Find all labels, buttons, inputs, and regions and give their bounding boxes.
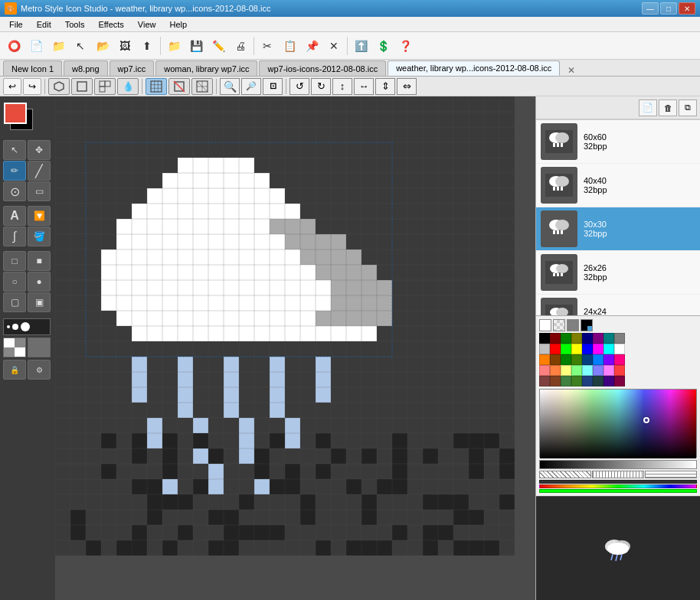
ellipse-fill-tool[interactable]: ● <box>28 272 51 292</box>
pixel-canvas[interactable] <box>55 96 535 600</box>
curve-tool[interactable]: ∫ <box>3 227 26 246</box>
toolbar-edit[interactable]: ✏️ <box>208 35 229 57</box>
swatch-yellow[interactable] <box>571 344 582 354</box>
size-40x40[interactable]: 40x40 32bpp <box>536 164 700 207</box>
swatch-lightyellow[interactable] <box>561 365 571 376</box>
grid-hide-button[interactable] <box>168 78 190 95</box>
menu-edit[interactable]: Edit <box>31 18 57 31</box>
select-tool[interactable]: ↖ <box>3 140 26 160</box>
delete-size-button[interactable]: 🗑 <box>659 99 677 116</box>
size-60x60[interactable]: 60x60 32bpp <box>536 120 700 164</box>
swatch-steelblue[interactable] <box>582 376 593 386</box>
layer-settings-button[interactable]: ⚙ <box>28 360 51 380</box>
pencil-tool[interactable]: ✏ <box>3 161 26 181</box>
grid-settings-button[interactable] <box>191 78 213 95</box>
tab-new-icon-1[interactable]: New Icon 1 <box>3 60 62 76</box>
toolbar-import[interactable]: ⬆ <box>136 35 158 57</box>
menu-view[interactable]: View <box>132 18 162 31</box>
close-all-tabs-button[interactable]: ✕ <box>564 65 578 76</box>
swatch-lightsalmon[interactable] <box>539 365 550 376</box>
tab-wp7icc[interactable]: wp7.icc <box>110 60 155 76</box>
toolbar-print[interactable]: 🖨 <box>230 35 251 57</box>
menu-tools[interactable]: Tools <box>59 18 91 31</box>
swatch-teal[interactable] <box>604 333 614 344</box>
swatch-white[interactable] <box>614 344 625 354</box>
view-multi-button[interactable] <box>94 78 116 95</box>
mirror-v-button[interactable]: ⇕ <box>375 78 395 95</box>
close-button[interactable]: ✕ <box>679 2 695 15</box>
swatch-darkred[interactable] <box>550 333 561 344</box>
redo-button[interactable]: ↪ <box>23 78 41 95</box>
swatch-crimson[interactable] <box>614 376 625 386</box>
toolbar-copy[interactable]: 📋 <box>279 35 300 57</box>
swatch-black[interactable] <box>539 333 550 344</box>
swatch-hotpink[interactable] <box>614 354 625 365</box>
swatch-indigo[interactable] <box>604 376 614 386</box>
swatch-yellowgreen[interactable] <box>571 354 582 365</box>
toolbar-new-file[interactable]: 📄 <box>25 35 47 57</box>
swatch-silver[interactable] <box>539 344 550 354</box>
layer-lock-button[interactable]: 🔒 <box>3 360 26 380</box>
swatch-blue[interactable] <box>582 344 593 354</box>
opacity-50-button[interactable] <box>28 338 51 357</box>
menu-file[interactable]: File <box>3 18 29 31</box>
zoom-out-button[interactable]: 🔎 <box>241 78 261 95</box>
swatch-lightgreen[interactable] <box>571 365 582 376</box>
swatch-skyblue[interactable] <box>593 354 604 365</box>
swatch-peach[interactable] <box>550 365 561 376</box>
toolbar-open2[interactable]: 📂 <box>92 35 113 57</box>
toolbar-cut[interactable]: ✂ <box>257 35 278 57</box>
swatch-lightpink[interactable] <box>604 365 614 376</box>
swatch-purple[interactable] <box>593 333 604 344</box>
view-drop-button[interactable]: 💧 <box>117 78 139 95</box>
rounded-rect-tool[interactable]: ▢ <box>3 292 26 312</box>
size-24x24[interactable]: 24x24 32bpp <box>536 295 700 315</box>
airbrush-tool[interactable]: ⊙ <box>3 181 26 201</box>
eraser-tool[interactable]: ▭ <box>28 181 51 201</box>
tab-weather[interactable]: weather, library wp...icons-2012-08-08.i… <box>388 60 560 76</box>
white-swatch[interactable] <box>539 319 551 331</box>
flip-h-button[interactable]: ↔ <box>354 78 374 95</box>
toolbar-delete[interactable]: ✕ <box>323 35 345 57</box>
swatch-sienna[interactable] <box>550 376 561 386</box>
hatch-90[interactable] <box>592 471 644 478</box>
grid-show-button[interactable] <box>146 78 167 95</box>
minimize-button[interactable]: — <box>642 2 659 15</box>
toolbar-paste[interactable]: 📌 <box>301 35 322 57</box>
mirror-h-button[interactable]: ⇔ <box>397 78 417 95</box>
gray-swatch[interactable] <box>567 319 579 331</box>
move-tool[interactable]: ✥ <box>28 140 51 160</box>
toolbar-new[interactable]: ⭕ <box>3 35 25 57</box>
undo-button[interactable]: ↩ <box>3 78 21 95</box>
toolbar-export[interactable]: ⬆️ <box>350 35 371 57</box>
swatch-lime[interactable] <box>561 344 571 354</box>
toolbar-properties[interactable]: 💲 <box>372 35 394 57</box>
new-size-button[interactable]: 📄 <box>639 99 657 116</box>
zoom-in-button[interactable]: 🔍 <box>220 78 240 95</box>
size-30x30[interactable]: 30x30 32bpp <box>536 207 700 251</box>
toolbar-select[interactable]: ↖ <box>70 35 91 57</box>
canvas-area[interactable] <box>55 96 535 600</box>
swatch-green2[interactable] <box>561 354 571 365</box>
swatch-darkcyan[interactable] <box>593 376 604 386</box>
swatch-gray[interactable] <box>614 333 625 344</box>
dropper-tool[interactable]: 🔽 <box>28 206 51 226</box>
ellipse-tool[interactable]: ○ <box>3 272 26 292</box>
swatch-lightcyan[interactable] <box>582 365 593 376</box>
rect-fill-tool[interactable]: ■ <box>28 251 51 271</box>
swatch-aqua[interactable] <box>604 344 614 354</box>
toolbar-save[interactable]: 💾 <box>185 35 207 57</box>
checkerboard-pattern[interactable] <box>3 338 26 357</box>
swatch-darkyelgreen[interactable] <box>571 376 582 386</box>
swatch-darkbrown[interactable] <box>539 376 550 386</box>
special-swatch[interactable] <box>581 319 593 331</box>
color-gradient-picker[interactable] <box>539 389 697 458</box>
zoom-fit-button[interactable]: ⊡ <box>263 78 283 95</box>
grayscale-bar[interactable] <box>539 460 697 469</box>
tab-woman[interactable]: woman, library wp7.icc <box>155 60 257 76</box>
rotate-ccw-button[interactable]: ↺ <box>289 78 309 95</box>
text-tool[interactable]: A <box>3 206 26 226</box>
tab-wp7ios[interactable]: wp7-ios-icons-2012-08-08.icc <box>259 60 386 76</box>
swatch-navyblue[interactable] <box>582 354 593 365</box>
swatch-darkgreen[interactable] <box>561 333 571 344</box>
